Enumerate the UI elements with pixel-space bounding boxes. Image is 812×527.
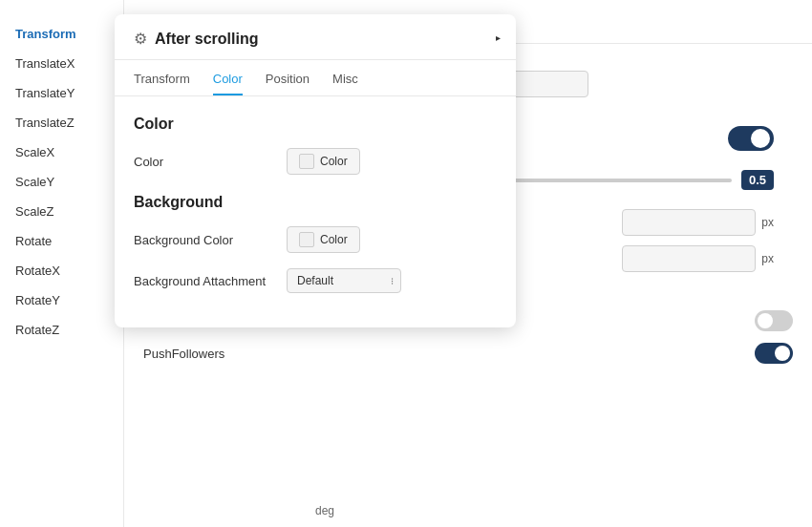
arrow-icon: ▸	[496, 32, 501, 42]
color-button[interactable]: Color	[287, 148, 360, 175]
bg-attachment-select-wrapper: Default	[287, 268, 401, 293]
sidebar: Transform TranslateX TranslateY Translat…	[0, 0, 124, 527]
sidebar-item-transform[interactable]: Transform	[0, 19, 123, 49]
sidebar-item-translatez[interactable]: TranslateZ	[0, 108, 123, 137]
push-followers-row: PushFollowers	[143, 343, 793, 364]
tab-misc[interactable]: Misc	[332, 72, 358, 95]
color-form-row: Color Color	[134, 148, 497, 175]
background-section: Background Background Color Color Backgr…	[134, 194, 497, 293]
settings-icon: ⚙	[134, 30, 147, 48]
color-swatch	[299, 154, 314, 169]
px-label-2: px	[761, 252, 774, 265]
card-header: ⚙ After scrolling ▸	[115, 14, 516, 60]
sidebar-item-rotatez[interactable]: RotateZ	[0, 315, 123, 345]
inner-tabs: Transform Color Position Misc	[115, 60, 516, 96]
sidebar-item-translatey[interactable]: TranslateY	[0, 78, 123, 108]
bg-color-swatch	[299, 232, 314, 247]
sidebar-item-scalez[interactable]: ScaleZ	[0, 197, 123, 226]
px-input-2[interactable]	[622, 245, 756, 272]
sidebar-item-scalex[interactable]: ScaleX	[0, 137, 123, 167]
push-followers-label: PushFollowers	[143, 347, 224, 361]
slider-value-badge: 0.5	[741, 170, 774, 190]
deg-label: deg	[315, 504, 334, 517]
sidebar-item-rotate[interactable]: Rotate	[0, 226, 123, 256]
bg-attachment-select[interactable]: Default	[287, 268, 401, 293]
bg-color-label: Background Color	[134, 233, 287, 247]
tab-position[interactable]: Position	[266, 72, 310, 95]
sidebar-item-scaley[interactable]: ScaleY	[0, 167, 123, 197]
card-content: Color Color Color Background Background …	[115, 96, 516, 327]
bg-color-button-label: Color	[320, 233, 348, 246]
color-section-title: Color	[134, 116, 497, 133]
sidebar-item-rotatex[interactable]: RotateX	[0, 256, 123, 285]
px-input-1[interactable]	[622, 209, 756, 236]
pin-toggle[interactable]	[755, 310, 793, 331]
card-title: After scrolling	[155, 31, 258, 48]
background-section-title: Background	[134, 194, 497, 211]
main-toggle[interactable]	[728, 126, 774, 151]
bg-color-button[interactable]: Color	[287, 226, 360, 253]
tab-transform[interactable]: Transform	[134, 72, 190, 95]
sidebar-item-translatex[interactable]: TranslateX	[0, 49, 123, 78]
main-card: ⚙ After scrolling ▸ Transform Color Posi…	[115, 14, 516, 327]
color-label: Color	[134, 155, 287, 169]
tab-color[interactable]: Color	[213, 72, 243, 95]
px-label-1: px	[761, 216, 774, 229]
bg-color-form-row: Background Color Color	[134, 226, 497, 253]
sidebar-item-rotatey[interactable]: RotateY	[0, 285, 123, 315]
push-followers-toggle[interactable]	[755, 343, 793, 364]
color-button-label: Color	[320, 155, 348, 168]
bg-attachment-form-row: Background Attachment Default	[134, 268, 497, 293]
bg-attachment-label: Background Attachment	[134, 274, 287, 288]
